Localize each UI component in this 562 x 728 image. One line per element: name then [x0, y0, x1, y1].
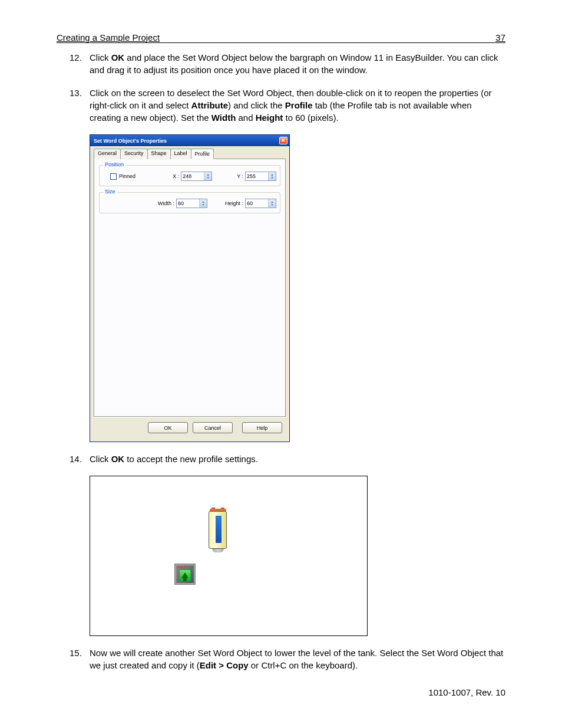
step-number: 15. — [70, 647, 90, 671]
dialog-button-row: OK Cancel Help — [94, 417, 286, 438]
step-13: 13. Click on the screen to deselect the … — [70, 87, 505, 124]
properties-dialog-screenshot: Set Word Object's Properties ✕ General S… — [90, 134, 505, 442]
tab-security[interactable]: Security — [120, 149, 148, 159]
group-size: Size Width : ▲▼ Height : — [99, 192, 280, 213]
tab-profile[interactable]: Profile — [191, 149, 214, 159]
set-word-up-button[interactable]: SW_0 — [174, 564, 196, 585]
tab-strip: General Security Shape Label Profile — [94, 149, 286, 159]
arrow-up-icon — [179, 569, 191, 581]
properties-dialog: Set Word Object's Properties ✕ General S… — [90, 134, 290, 442]
spinner-icon[interactable]: ▲▼ — [199, 199, 207, 207]
spinner-icon[interactable]: ▲▼ — [268, 172, 276, 180]
width-input[interactable]: ▲▼ — [176, 199, 207, 208]
x-label: X : — [173, 173, 179, 179]
width-label: Width : — [158, 200, 174, 206]
y-label: Y : — [237, 173, 243, 179]
checkbox-icon — [110, 173, 117, 180]
height-input[interactable]: ▲▼ — [245, 199, 276, 208]
object-label: SW_0 — [177, 565, 186, 569]
dialog-title: Set Word Object's Properties — [94, 138, 167, 144]
bargraph-battery-icon — [208, 508, 228, 552]
page-number: 37 — [495, 32, 505, 42]
spinner-icon[interactable]: ▲▼ — [268, 199, 276, 207]
window-preview: SW_0 — [90, 476, 368, 636]
running-header: Creating a Sample Project 37 — [57, 32, 505, 43]
step-12: 12. Click OK and place the Set Word Obje… — [70, 51, 505, 76]
group-legend: Position — [103, 162, 125, 167]
help-button[interactable]: Help — [242, 422, 282, 433]
spinner-icon[interactable]: ▲▼ — [204, 172, 211, 180]
y-input[interactable]: ▲▼ — [245, 172, 276, 181]
close-icon[interactable]: ✕ — [279, 137, 287, 144]
step-number: 13. — [70, 87, 90, 124]
group-legend: Size — [103, 189, 117, 195]
width-value[interactable] — [177, 199, 199, 207]
y-value[interactable] — [246, 172, 268, 180]
pinned-label: Pinned — [119, 173, 135, 179]
pinned-checkbox[interactable]: Pinned — [110, 173, 135, 180]
dialog-titlebar: Set Word Object's Properties ✕ — [90, 135, 289, 146]
ok-bold: OK — [111, 52, 125, 62]
header-title: Creating a Sample Project — [57, 32, 160, 42]
doc-footer: 1010-1007, Rev. 10 — [428, 687, 505, 697]
tab-label[interactable]: Label — [170, 149, 191, 159]
cancel-button[interactable]: Cancel — [193, 422, 233, 433]
x-input[interactable]: ▲▼ — [181, 172, 212, 181]
x-value[interactable] — [181, 172, 204, 180]
step-number: 14. — [70, 453, 90, 465]
tab-general[interactable]: General — [94, 149, 121, 159]
group-position: Position Pinned X : ▲▼ — [99, 165, 280, 186]
step-15: 15. Now we will create another Set Word … — [70, 647, 505, 671]
ok-button[interactable]: OK — [148, 422, 188, 433]
height-value[interactable] — [246, 199, 268, 207]
height-label: Height : — [225, 200, 243, 206]
tab-panel-profile: Position Pinned X : ▲▼ — [94, 159, 286, 417]
step-14: 14. Click OK to accept the new profile s… — [70, 453, 505, 465]
tab-shape[interactable]: Shape — [147, 149, 171, 159]
step-number: 12. — [70, 51, 90, 76]
